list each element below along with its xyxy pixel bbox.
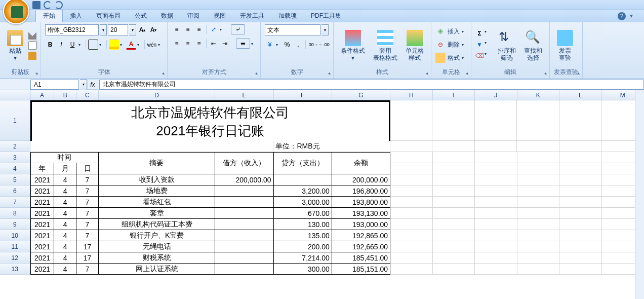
cell[interactable] <box>390 152 432 163</box>
cell[interactable] <box>390 197 432 208</box>
row-header[interactable]: 3 <box>0 152 30 163</box>
cell[interactable] <box>559 185 601 197</box>
data-cell[interactable]: 192,665.00 <box>332 241 390 252</box>
data-cell[interactable]: 300.00 <box>274 264 332 275</box>
data-cell[interactable] <box>215 241 273 252</box>
chevron-down-icon[interactable]: ▾ <box>485 52 493 60</box>
col-header[interactable]: E <box>215 90 273 100</box>
cell[interactable] <box>390 100 433 141</box>
cell[interactable] <box>390 230 432 241</box>
paste-button[interactable]: 粘贴 ▾ <box>4 24 26 67</box>
data-cell[interactable]: 135.00 <box>274 230 332 241</box>
save-icon[interactable] <box>32 1 41 9</box>
tab-pdf[interactable]: PDF工具集 <box>304 10 348 22</box>
tab-view[interactable]: 视图 <box>207 10 233 22</box>
align-bottom-button[interactable]: ≡ <box>194 24 204 34</box>
data-cell[interactable]: 2021 <box>30 185 55 197</box>
cell[interactable] <box>517 230 559 241</box>
chevron-down-icon[interactable]: ▾ <box>485 29 493 38</box>
cell[interactable] <box>559 208 601 219</box>
header-day[interactable]: 日 <box>76 163 99 174</box>
cell-styles-button[interactable]: 单元格 样式 <box>402 24 427 67</box>
data-cell[interactable]: 185,451.00 <box>332 252 390 264</box>
row-header[interactable]: 1 <box>0 100 30 141</box>
number-format-dropdown[interactable]: ▾ <box>321 24 329 35</box>
chevron-down-icon[interactable]: ▾ <box>462 56 467 60</box>
cell[interactable] <box>432 100 475 141</box>
data-cell[interactable]: 2021 <box>30 174 55 185</box>
align-top-button[interactable]: ≡ <box>172 24 182 34</box>
cell[interactable] <box>517 100 559 141</box>
cell[interactable] <box>559 100 602 141</box>
cell[interactable] <box>475 152 517 163</box>
data-cell[interactable]: 17 <box>76 252 99 264</box>
header-year[interactable]: 年 <box>30 163 55 174</box>
data-cell[interactable]: 2021 <box>30 241 55 252</box>
chevron-down-icon[interactable]: ▾ <box>158 43 163 47</box>
cell[interactable] <box>390 252 432 264</box>
data-cell[interactable] <box>274 174 332 185</box>
cell[interactable] <box>390 163 433 174</box>
data-cell[interactable]: 193,800.00 <box>332 197 390 208</box>
data-cell[interactable]: 场地费 <box>99 185 215 197</box>
cell[interactable] <box>390 264 432 275</box>
formula-input[interactable] <box>99 80 644 90</box>
worksheet[interactable]: A B C D E F G H I J K L M 1北京市温妮特软件有限公司2… <box>0 90 644 275</box>
cell[interactable] <box>517 174 559 185</box>
cell[interactable] <box>517 241 559 252</box>
cut-icon[interactable] <box>28 31 36 40</box>
chevron-down-icon[interactable]: ▾ <box>462 29 467 34</box>
chevron-down-icon[interactable]: ▾ <box>276 43 281 47</box>
data-cell[interactable]: 2021 <box>30 219 55 230</box>
data-cell[interactable] <box>215 185 273 197</box>
tab-layout[interactable]: 页面布局 <box>89 10 128 22</box>
cell[interactable] <box>559 163 602 174</box>
cell[interactable] <box>517 185 559 197</box>
data-cell[interactable]: 7 <box>76 197 99 208</box>
cell[interactable] <box>475 264 517 275</box>
cell[interactable] <box>517 252 559 264</box>
tab-insert[interactable]: 插入 <box>63 10 89 22</box>
vertical-scrollbar[interactable] <box>635 90 644 299</box>
fx-button[interactable]: fx <box>87 80 98 90</box>
cell[interactable] <box>559 219 601 230</box>
font-color-button[interactable]: A <box>126 40 136 50</box>
col-header[interactable]: F <box>274 90 332 100</box>
col-header[interactable]: C <box>76 90 99 100</box>
tab-data[interactable]: 数据 <box>154 10 180 22</box>
data-cell[interactable]: 2021 <box>30 252 55 264</box>
font-size-dropdown[interactable]: ▾ <box>129 24 136 35</box>
minimize-ribbon-icon[interactable]: ▾ <box>630 12 638 20</box>
fill-button[interactable]: ▼ <box>475 41 484 49</box>
data-cell[interactable]: 4 <box>54 230 76 241</box>
chevron-down-icon[interactable]: ▾ <box>251 42 256 46</box>
font-name-input[interactable] <box>45 24 99 35</box>
data-cell[interactable]: 7 <box>76 230 99 241</box>
name-box[interactable] <box>30 80 79 90</box>
tab-addin[interactable]: 加载项 <box>271 10 304 22</box>
cell[interactable] <box>559 264 601 275</box>
tab-formula[interactable]: 公式 <box>128 10 154 22</box>
data-cell[interactable]: 4 <box>54 208 76 219</box>
col-header[interactable]: B <box>54 90 76 100</box>
data-cell[interactable]: 200.00 <box>274 241 332 252</box>
data-cell[interactable]: 4 <box>54 241 76 252</box>
cell[interactable] <box>517 208 559 219</box>
cell[interactable] <box>433 208 475 219</box>
data-cell[interactable]: 3,200.00 <box>274 185 332 197</box>
bold-button[interactable]: B <box>45 40 55 50</box>
data-cell[interactable]: 185,151.00 <box>332 264 390 275</box>
data-cell[interactable]: 无绳电话 <box>99 241 215 252</box>
find-select-button[interactable]: 🔍 查找和 选择 <box>521 24 545 67</box>
header-month[interactable]: 月 <box>54 163 76 174</box>
chevron-down-icon[interactable]: ▾ <box>99 43 104 47</box>
cell[interactable] <box>517 152 559 163</box>
invoice-check-button[interactable]: 发票 查验 <box>554 24 576 67</box>
data-cell[interactable]: 4 <box>54 197 76 208</box>
data-cell[interactable]: 7 <box>76 185 99 197</box>
chevron-down-icon[interactable]: ▾ <box>485 41 493 49</box>
data-cell[interactable]: 7,214.00 <box>274 252 332 264</box>
cell[interactable] <box>559 230 601 241</box>
tab-start[interactable]: 开始 <box>35 9 63 22</box>
cell[interactable] <box>433 264 475 275</box>
